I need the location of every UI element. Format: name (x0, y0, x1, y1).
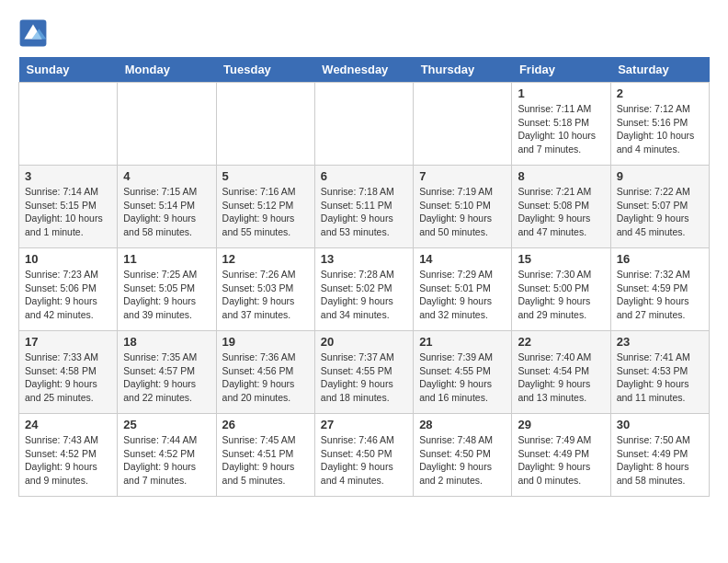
day-number: 9 (617, 169, 703, 183)
day-number: 16 (617, 252, 703, 266)
calendar-cell (118, 83, 216, 166)
day-number: 29 (518, 418, 604, 431)
calendar-cell: 2Sunrise: 7:12 AM Sunset: 5:16 PM Daylig… (610, 83, 709, 166)
calendar-cell: 19Sunrise: 7:36 AM Sunset: 4:56 PM Dayli… (216, 331, 314, 414)
calendar-week-row: 24Sunrise: 7:43 AM Sunset: 4:52 PM Dayli… (19, 414, 710, 497)
day-info: Sunrise: 7:26 AM Sunset: 5:03 PM Dayligh… (222, 268, 309, 322)
calendar-cell: 9Sunrise: 7:22 AM Sunset: 5:07 PM Daylig… (610, 166, 709, 248)
weekday-header: Thursday (414, 57, 512, 83)
calendar-cell: 15Sunrise: 7:30 AM Sunset: 5:00 PM Dayli… (512, 248, 610, 331)
day-info: Sunrise: 7:23 AM Sunset: 5:06 PM Dayligh… (25, 268, 111, 322)
day-number: 10 (25, 252, 111, 266)
day-number: 12 (222, 252, 309, 266)
calendar-cell: 1Sunrise: 7:11 AM Sunset: 5:18 PM Daylig… (512, 83, 610, 166)
day-info: Sunrise: 7:37 AM Sunset: 4:55 PM Dayligh… (321, 350, 407, 405)
calendar-cell: 27Sunrise: 7:46 AM Sunset: 4:50 PM Dayli… (314, 414, 413, 497)
day-number: 13 (321, 252, 407, 266)
day-number: 7 (419, 169, 506, 183)
weekday-header: Friday (512, 57, 610, 83)
day-info: Sunrise: 7:40 AM Sunset: 4:54 PM Dayligh… (518, 350, 604, 405)
day-info: Sunrise: 7:28 AM Sunset: 5:02 PM Dayligh… (321, 268, 407, 322)
calendar-cell: 23Sunrise: 7:41 AM Sunset: 4:53 PM Dayli… (610, 331, 709, 414)
day-info: Sunrise: 7:44 AM Sunset: 4:52 PM Dayligh… (123, 433, 210, 488)
logo (18, 18, 51, 48)
calendar-cell: 7Sunrise: 7:19 AM Sunset: 5:10 PM Daylig… (414, 166, 512, 248)
calendar-week-row: 1Sunrise: 7:11 AM Sunset: 5:18 PM Daylig… (19, 83, 710, 166)
day-info: Sunrise: 7:32 AM Sunset: 4:59 PM Dayligh… (617, 268, 703, 322)
day-number: 22 (518, 335, 604, 349)
day-number: 28 (419, 418, 506, 431)
calendar-cell: 28Sunrise: 7:48 AM Sunset: 4:50 PM Dayli… (414, 414, 512, 497)
day-number: 17 (25, 335, 111, 349)
day-number: 27 (321, 418, 407, 431)
day-number: 14 (419, 252, 506, 266)
calendar-cell: 17Sunrise: 7:33 AM Sunset: 4:58 PM Dayli… (19, 331, 118, 414)
day-number: 3 (25, 169, 111, 183)
day-number: 2 (617, 86, 703, 100)
day-info: Sunrise: 7:41 AM Sunset: 4:53 PM Dayligh… (617, 350, 703, 405)
calendar-cell: 30Sunrise: 7:50 AM Sunset: 4:49 PM Dayli… (610, 414, 709, 497)
calendar-cell: 13Sunrise: 7:28 AM Sunset: 5:02 PM Dayli… (314, 248, 413, 331)
day-info: Sunrise: 7:29 AM Sunset: 5:01 PM Dayligh… (419, 268, 506, 322)
calendar-cell: 11Sunrise: 7:25 AM Sunset: 5:05 PM Dayli… (118, 248, 216, 331)
calendar-table: SundayMondayTuesdayWednesdayThursdayFrid… (18, 57, 710, 497)
day-info: Sunrise: 7:18 AM Sunset: 5:11 PM Dayligh… (321, 185, 407, 239)
calendar-cell: 12Sunrise: 7:26 AM Sunset: 5:03 PM Dayli… (216, 248, 314, 331)
calendar-cell: 8Sunrise: 7:21 AM Sunset: 5:08 PM Daylig… (512, 166, 610, 248)
calendar-cell: 25Sunrise: 7:44 AM Sunset: 4:52 PM Dayli… (118, 414, 216, 497)
calendar-cell: 26Sunrise: 7:45 AM Sunset: 4:51 PM Dayli… (216, 414, 314, 497)
calendar-cell (216, 83, 314, 166)
day-number: 24 (25, 418, 111, 431)
day-number: 30 (617, 418, 703, 431)
day-info: Sunrise: 7:15 AM Sunset: 5:14 PM Dayligh… (123, 185, 210, 239)
day-info: Sunrise: 7:33 AM Sunset: 4:58 PM Dayligh… (25, 350, 111, 405)
day-number: 11 (123, 252, 210, 266)
logo-icon (18, 18, 48, 48)
day-number: 25 (123, 418, 210, 431)
day-info: Sunrise: 7:22 AM Sunset: 5:07 PM Dayligh… (617, 185, 703, 239)
calendar-week-row: 17Sunrise: 7:33 AM Sunset: 4:58 PM Dayli… (19, 331, 710, 414)
day-info: Sunrise: 7:19 AM Sunset: 5:10 PM Dayligh… (419, 185, 506, 239)
calendar-cell: 21Sunrise: 7:39 AM Sunset: 4:55 PM Dayli… (414, 331, 512, 414)
weekday-header: Saturday (610, 57, 709, 83)
day-number: 26 (222, 418, 309, 431)
day-number: 21 (419, 335, 506, 349)
day-number: 1 (518, 86, 604, 100)
day-info: Sunrise: 7:25 AM Sunset: 5:05 PM Dayligh… (123, 268, 210, 322)
day-info: Sunrise: 7:46 AM Sunset: 4:50 PM Dayligh… (321, 433, 407, 488)
calendar-cell (19, 83, 118, 166)
weekday-header: Monday (118, 57, 216, 83)
day-number: 15 (518, 252, 604, 266)
day-number: 4 (123, 169, 210, 183)
day-info: Sunrise: 7:43 AM Sunset: 4:52 PM Dayligh… (25, 433, 111, 488)
weekday-header: Wednesday (314, 57, 413, 83)
day-info: Sunrise: 7:11 AM Sunset: 5:18 PM Dayligh… (518, 102, 604, 156)
calendar-cell: 10Sunrise: 7:23 AM Sunset: 5:06 PM Dayli… (19, 248, 118, 331)
day-number: 6 (321, 169, 407, 183)
calendar-cell: 14Sunrise: 7:29 AM Sunset: 5:01 PM Dayli… (414, 248, 512, 331)
day-info: Sunrise: 7:39 AM Sunset: 4:55 PM Dayligh… (419, 350, 506, 405)
page-header (18, 18, 710, 48)
day-info: Sunrise: 7:30 AM Sunset: 5:00 PM Dayligh… (518, 268, 604, 322)
weekday-header: Sunday (19, 57, 118, 83)
day-info: Sunrise: 7:50 AM Sunset: 4:49 PM Dayligh… (617, 433, 703, 488)
calendar-cell: 20Sunrise: 7:37 AM Sunset: 4:55 PM Dayli… (314, 331, 413, 414)
calendar-cell: 22Sunrise: 7:40 AM Sunset: 4:54 PM Dayli… (512, 331, 610, 414)
calendar-cell: 18Sunrise: 7:35 AM Sunset: 4:57 PM Dayli… (118, 331, 216, 414)
day-number: 18 (123, 335, 210, 349)
calendar-cell: 24Sunrise: 7:43 AM Sunset: 4:52 PM Dayli… (19, 414, 118, 497)
day-number: 19 (222, 335, 309, 349)
calendar-cell (414, 83, 512, 166)
calendar-cell: 29Sunrise: 7:49 AM Sunset: 4:49 PM Dayli… (512, 414, 610, 497)
day-info: Sunrise: 7:48 AM Sunset: 4:50 PM Dayligh… (419, 433, 506, 488)
calendar-cell: 5Sunrise: 7:16 AM Sunset: 5:12 PM Daylig… (216, 166, 314, 248)
calendar-cell (314, 83, 413, 166)
day-info: Sunrise: 7:35 AM Sunset: 4:57 PM Dayligh… (123, 350, 210, 405)
day-info: Sunrise: 7:36 AM Sunset: 4:56 PM Dayligh… (222, 350, 309, 405)
day-number: 20 (321, 335, 407, 349)
day-number: 23 (617, 335, 703, 349)
day-number: 5 (222, 169, 309, 183)
calendar-cell: 16Sunrise: 7:32 AM Sunset: 4:59 PM Dayli… (610, 248, 709, 331)
calendar-week-row: 10Sunrise: 7:23 AM Sunset: 5:06 PM Dayli… (19, 248, 710, 331)
weekday-header: Tuesday (216, 57, 314, 83)
